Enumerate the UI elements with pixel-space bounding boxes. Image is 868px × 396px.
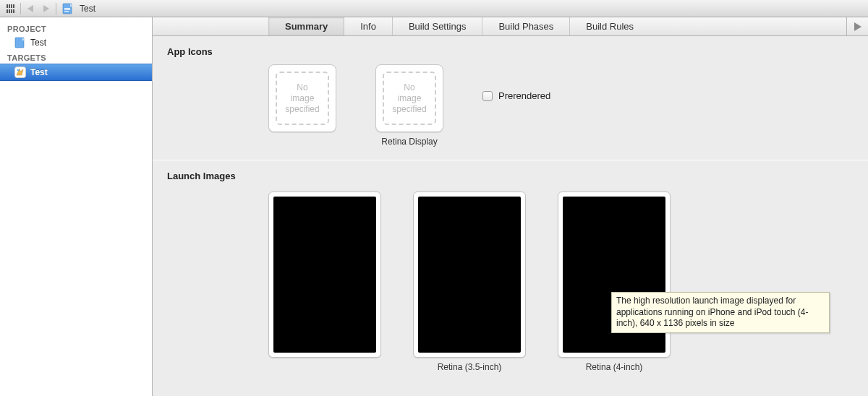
section-title-app-icons: App Icons <box>153 36 868 57</box>
launch-image-well-retina4[interactable]: Retina (4-inch) <box>558 191 671 372</box>
launch-image-thumbnail <box>418 197 521 353</box>
svg-rect-5 <box>9 9 10 13</box>
sidebar-project-item[interactable]: Test <box>0 35 152 51</box>
app-icon-well-standard[interactable]: No image specified <box>268 64 336 147</box>
breadcrumb-toolbar: Test <box>0 0 868 17</box>
app-icon-well-retina[interactable]: No image specified Retina Display <box>375 64 443 147</box>
tab-build-phases[interactable]: Build Phases <box>482 17 569 35</box>
sidebar-target-item[interactable]: Test <box>0 64 152 81</box>
sidebar-section-targets: TARGETS <box>0 51 152 64</box>
launch-image-well-standard[interactable] <box>268 191 381 372</box>
forward-icon[interactable] <box>40 2 53 15</box>
run-icon[interactable] <box>846 17 868 35</box>
svg-marker-19 <box>854 22 861 31</box>
svg-marker-9 <box>43 5 49 12</box>
project-navigator: PROJECT Test TARGETS Test <box>0 17 153 396</box>
target-editor-tabs: Summary Info Build Settings Build Phases… <box>153 17 868 36</box>
svg-rect-7 <box>13 9 14 13</box>
prerendered-label: Prerendered <box>498 90 550 101</box>
app-icon-caption-retina: Retina Display <box>381 137 437 147</box>
svg-point-18 <box>17 69 20 72</box>
svg-rect-6 <box>11 9 12 13</box>
app-target-icon <box>14 66 26 78</box>
launch-image-well-retina35[interactable]: Retina (3.5-inch) <box>413 191 526 372</box>
svg-rect-12 <box>64 8 70 9</box>
svg-rect-0 <box>7 4 8 8</box>
sidebar-section-project: PROJECT <box>0 22 152 35</box>
tooltip: The high resolution launch image display… <box>611 292 830 333</box>
svg-rect-13 <box>64 9 70 10</box>
svg-rect-4 <box>7 9 8 13</box>
summary-content: App Icons No image specified No image sp… <box>153 36 868 396</box>
xcode-project-icon <box>14 37 26 48</box>
back-icon[interactable] <box>24 2 37 15</box>
svg-rect-2 <box>11 4 12 8</box>
sidebar-target-label: Test <box>30 67 48 77</box>
launch-caption-retina4: Retina (4-inch) <box>586 362 643 372</box>
app-icon-placeholder: No image specified <box>383 72 436 125</box>
tab-summary[interactable]: Summary <box>268 17 344 35</box>
editor-area: Summary Info Build Settings Build Phases… <box>153 17 868 396</box>
svg-rect-14 <box>64 11 69 12</box>
svg-marker-8 <box>27 5 33 12</box>
separator <box>56 3 56 14</box>
project-file-icon <box>62 3 74 14</box>
checkbox-icon[interactable] <box>482 91 493 101</box>
launch-caption-retina35: Retina (3.5-inch) <box>438 362 502 372</box>
separator <box>20 3 21 14</box>
prerendered-checkbox-row[interactable]: Prerendered <box>482 90 550 101</box>
tab-build-rules[interactable]: Build Rules <box>569 17 650 35</box>
tab-info[interactable]: Info <box>344 17 392 35</box>
svg-rect-1 <box>9 4 10 8</box>
section-title-launch-images: Launch Images <box>153 160 868 181</box>
svg-rect-3 <box>13 4 14 8</box>
breadcrumb-file-name[interactable]: Test <box>80 4 95 14</box>
app-icon-placeholder: No image specified <box>276 72 329 125</box>
related-items-icon[interactable] <box>4 2 17 15</box>
launch-image-thumbnail <box>273 197 376 353</box>
tab-build-settings[interactable]: Build Settings <box>392 17 482 35</box>
sidebar-project-label: Test <box>30 38 46 48</box>
